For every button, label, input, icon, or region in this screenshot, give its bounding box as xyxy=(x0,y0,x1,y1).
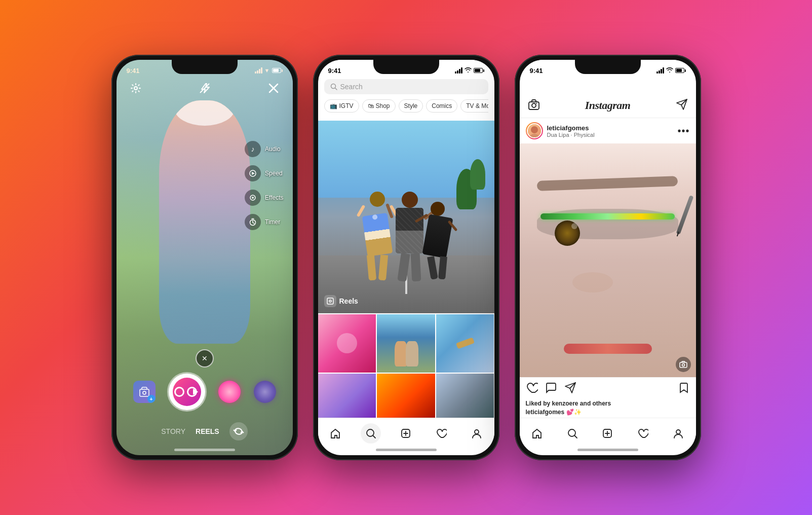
search-bar[interactable]: Search xyxy=(324,79,488,94)
camera-mode-row: STORY REELS xyxy=(117,418,293,447)
post-username: leticiafgomes xyxy=(547,124,595,132)
home-tab[interactable] xyxy=(325,423,345,444)
tab-igtv[interactable]: 📺 IGTV xyxy=(324,99,359,113)
phone-center-screen: 9:41 xyxy=(318,60,494,455)
signal-icon-right xyxy=(656,67,664,73)
speed-option[interactable]: Speed xyxy=(245,165,283,181)
effects-label: Effects xyxy=(265,194,283,201)
battery-icon xyxy=(272,68,283,73)
audio-icon: ♪ xyxy=(245,141,261,157)
effect-sparkle-button[interactable] xyxy=(218,381,241,403)
svg-rect-12 xyxy=(140,389,149,396)
share-button[interactable] xyxy=(564,382,576,397)
camera-top-bar xyxy=(117,79,293,97)
tab-shop[interactable]: 🛍 Shop xyxy=(362,99,396,113)
effect-galaxy-button[interactable] xyxy=(254,381,276,403)
post-action-icons xyxy=(526,382,690,397)
heart-tab-right[interactable] xyxy=(633,423,653,444)
thumbnail-4[interactable] xyxy=(318,374,376,418)
thumbnail-5[interactable] xyxy=(377,374,435,418)
tv-movie-label: TV & Movie xyxy=(466,102,488,109)
notch-center xyxy=(373,60,439,74)
post-likes: Liked by kenzoere and others xyxy=(526,400,690,407)
flip-camera-button[interactable] xyxy=(229,422,248,440)
post-subtitle: Dua Lipa · Physical xyxy=(547,132,595,138)
post-user: leticiafgomes Dua Lipa · Physical xyxy=(526,122,595,139)
post-header: leticiafgomes Dua Lipa · Physical ••• xyxy=(520,118,696,143)
add-tab[interactable] xyxy=(396,423,416,444)
explore-header: Search 📺 IGTV 🛍 Shop Style xyxy=(318,79,494,121)
style-label: Style xyxy=(404,102,418,109)
reels-section-label: Reels xyxy=(339,297,358,305)
add-tab-right[interactable] xyxy=(597,423,617,444)
delete-button[interactable]: ✕ xyxy=(196,349,214,367)
camera-icon-button[interactable] xyxy=(528,98,540,113)
timer-option[interactable]: Timer xyxy=(245,214,283,230)
feed-post: leticiafgomes Dua Lipa · Physical ••• xyxy=(520,118,696,418)
camera-side-options: ♪ Audio Speed xyxy=(245,141,283,230)
caption-text: 💕✨ xyxy=(566,409,582,416)
send-icon-button[interactable] xyxy=(676,98,688,113)
reels-mode-tab[interactable]: REELS xyxy=(196,427,219,435)
comment-button[interactable] xyxy=(545,382,557,397)
flash-button[interactable] xyxy=(196,79,214,97)
phone-left-screen: 9:41 ▼ xyxy=(117,60,293,455)
profile-tab[interactable] xyxy=(467,423,487,444)
svg-marker-5 xyxy=(252,172,255,175)
save-button[interactable] xyxy=(678,382,690,397)
close-button[interactable] xyxy=(264,79,283,97)
notch-right xyxy=(575,60,641,74)
effects-option[interactable]: Effects xyxy=(245,190,283,206)
gallery-button[interactable]: + xyxy=(133,381,156,403)
reels-label: Reels xyxy=(324,295,358,307)
thumbnail-1[interactable] xyxy=(318,314,376,373)
svg-point-34 xyxy=(676,430,680,434)
home-indicator-right xyxy=(577,449,638,451)
tab-style[interactable]: Style xyxy=(399,99,423,113)
tab-tv-movie[interactable]: TV & Movie xyxy=(460,99,488,113)
search-tab[interactable] xyxy=(361,423,381,444)
audio-option[interactable]: ♪ Audio xyxy=(245,141,283,157)
tab-comics[interactable]: Comics xyxy=(426,99,457,113)
post-user-info: leticiafgomes Dua Lipa · Physical xyxy=(547,124,595,138)
heart-tab[interactable] xyxy=(431,423,451,444)
home-indicator-center xyxy=(376,449,437,451)
post-more-button[interactable]: ••• xyxy=(677,125,689,137)
speed-label: Speed xyxy=(265,170,283,177)
settings-button[interactable] xyxy=(127,79,145,97)
svg-point-26 xyxy=(536,103,537,104)
status-time-right: 9:41 xyxy=(530,67,543,75)
thumbnail-2[interactable] xyxy=(377,314,435,373)
bottom-nav-right xyxy=(520,418,696,447)
grid-thumbnails xyxy=(318,313,494,418)
capture-button[interactable] xyxy=(169,374,205,410)
camera-person xyxy=(159,100,250,344)
avatar xyxy=(526,122,543,139)
thumbnail-3[interactable] xyxy=(436,314,494,373)
explore-screen: 9:41 xyxy=(318,60,494,455)
like-button[interactable] xyxy=(526,382,538,397)
home-tab-right[interactable] xyxy=(527,423,547,444)
speed-icon xyxy=(245,165,261,181)
post-image xyxy=(520,143,696,377)
svg-line-15 xyxy=(335,88,337,90)
thumbnail-6[interactable] xyxy=(436,374,494,418)
notch-left xyxy=(172,60,238,74)
status-icons-center xyxy=(455,67,484,73)
explore-content: Reels xyxy=(318,121,494,418)
status-icons-right xyxy=(656,67,686,73)
svg-point-13 xyxy=(143,391,146,394)
wifi-icon-center xyxy=(465,67,472,73)
reels-capture-icon xyxy=(173,378,201,406)
story-mode-tab[interactable]: STORY xyxy=(161,427,185,435)
home-indicator-left xyxy=(174,449,235,451)
svg-point-7 xyxy=(252,197,254,199)
svg-rect-27 xyxy=(680,362,687,367)
svg-line-10 xyxy=(253,223,254,224)
profile-tab-right[interactable] xyxy=(668,423,688,444)
reels-video-bg xyxy=(318,121,494,313)
camera-bottom: ✕ + xyxy=(117,349,293,455)
post-caption: leticiafgomes 💕✨ xyxy=(526,409,690,416)
search-tab-right[interactable] xyxy=(562,423,583,444)
reels-video-area[interactable]: Reels xyxy=(318,121,494,313)
